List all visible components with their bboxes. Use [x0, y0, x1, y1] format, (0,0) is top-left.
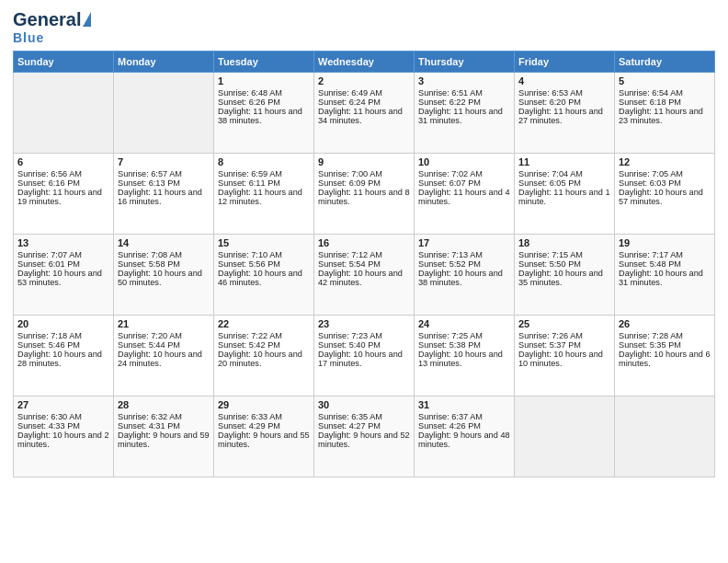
calendar-cell: 8Sunrise: 6:59 AMSunset: 6:11 PMDaylight… [214, 154, 314, 235]
day-info: Sunset: 6:05 PM [518, 178, 610, 188]
day-info: Sunset: 4:26 PM [418, 421, 510, 431]
day-info: Sunset: 6:18 PM [619, 98, 711, 107]
day-number: 5 [619, 75, 711, 86]
day-info: Daylight: 10 hours and 31 minutes. [619, 269, 711, 287]
day-info: Sunrise: 7:04 AM [518, 169, 610, 178]
day-info: Sunset: 5:52 PM [418, 259, 510, 269]
calendar-cell: 31Sunrise: 6:37 AMSunset: 4:26 PMDayligh… [415, 396, 515, 477]
day-header-tuesday: Tuesday [214, 52, 314, 73]
day-info: Sunrise: 6:48 AM [218, 88, 310, 98]
day-info: Sunrise: 7:12 AM [318, 250, 410, 259]
day-info: Daylight: 11 hours and 27 minutes. [518, 107, 610, 125]
day-header-friday: Friday [515, 52, 615, 73]
day-info: Sunrise: 6:51 AM [418, 88, 510, 98]
day-info: Sunset: 4:31 PM [118, 421, 210, 431]
day-header-wednesday: Wednesday [314, 52, 415, 73]
day-number: 31 [418, 399, 510, 410]
day-info: Sunset: 6:20 PM [518, 98, 610, 107]
day-info: Sunrise: 7:17 AM [619, 250, 711, 259]
calendar-cell: 22Sunrise: 7:22 AMSunset: 5:42 PMDayligh… [214, 316, 314, 396]
calendar-cell: 18Sunrise: 7:15 AMSunset: 5:50 PMDayligh… [515, 235, 615, 316]
day-number: 4 [518, 75, 610, 86]
calendar-cell: 17Sunrise: 7:13 AMSunset: 5:52 PMDayligh… [415, 235, 515, 316]
day-info: Sunrise: 7:28 AM [619, 331, 711, 340]
calendar-cell [615, 396, 715, 477]
calendar-cell: 30Sunrise: 6:35 AMSunset: 4:27 PMDayligh… [314, 396, 415, 477]
day-info: Sunrise: 7:23 AM [318, 331, 410, 340]
calendar-cell: 13Sunrise: 7:07 AMSunset: 6:01 PMDayligh… [14, 235, 114, 316]
day-number: 19 [619, 237, 711, 248]
day-info: Daylight: 10 hours and 17 minutes. [318, 350, 410, 368]
day-info: Daylight: 10 hours and 42 minutes. [318, 269, 410, 287]
day-info: Sunset: 5:37 PM [518, 340, 610, 350]
day-number: 3 [418, 75, 510, 86]
day-info: Sunset: 6:07 PM [418, 178, 510, 188]
day-info: Sunset: 6:01 PM [17, 259, 109, 269]
day-info: Daylight: 10 hours and 35 minutes. [518, 269, 610, 287]
day-number: 23 [318, 318, 410, 329]
day-number: 28 [118, 399, 210, 410]
calendar-cell: 11Sunrise: 7:04 AMSunset: 6:05 PMDayligh… [515, 154, 615, 235]
day-info: Sunrise: 6:57 AM [118, 169, 210, 178]
calendar-week-5: 27Sunrise: 6:30 AMSunset: 4:33 PMDayligh… [14, 396, 715, 477]
calendar-cell [14, 73, 114, 154]
day-info: Sunrise: 6:30 AM [17, 412, 109, 421]
day-info: Sunset: 5:35 PM [619, 340, 711, 350]
day-info: Sunrise: 7:13 AM [418, 250, 510, 259]
day-info: Daylight: 9 hours and 55 minutes. [218, 431, 310, 449]
calendar: SundayMondayTuesdayWednesdayThursdayFrid… [13, 51, 715, 477]
calendar-cell [515, 396, 615, 477]
day-info: Sunset: 6:09 PM [318, 178, 410, 188]
day-header-monday: Monday [114, 52, 214, 73]
day-info: Sunset: 5:44 PM [118, 340, 210, 350]
day-number: 18 [518, 237, 610, 248]
day-info: Sunrise: 6:37 AM [418, 412, 510, 421]
calendar-cell: 16Sunrise: 7:12 AMSunset: 5:54 PMDayligh… [314, 235, 415, 316]
day-info: Daylight: 10 hours and 13 minutes. [418, 350, 510, 368]
day-info: Sunrise: 6:56 AM [17, 169, 109, 178]
day-info: Sunset: 5:54 PM [318, 259, 410, 269]
day-info: Sunset: 6:24 PM [318, 98, 410, 107]
day-info: Sunset: 5:56 PM [218, 259, 310, 269]
calendar-cell: 27Sunrise: 6:30 AMSunset: 4:33 PMDayligh… [14, 396, 114, 477]
day-info: Daylight: 10 hours and 57 minutes. [619, 188, 711, 206]
day-info: Daylight: 11 hours and 8 minutes. [318, 188, 410, 206]
day-info: Sunrise: 7:00 AM [318, 169, 410, 178]
day-info: Daylight: 11 hours and 4 minutes. [418, 188, 510, 206]
day-info: Daylight: 11 hours and 38 minutes. [218, 107, 310, 125]
day-info: Sunrise: 7:08 AM [118, 250, 210, 259]
calendar-cell: 1Sunrise: 6:48 AMSunset: 6:26 PMDaylight… [214, 73, 314, 154]
calendar-week-4: 20Sunrise: 7:18 AMSunset: 5:46 PMDayligh… [14, 316, 715, 396]
day-number: 14 [118, 237, 210, 248]
day-info: Sunset: 6:11 PM [218, 178, 310, 188]
calendar-cell: 4Sunrise: 6:53 AMSunset: 6:20 PMDaylight… [515, 73, 615, 154]
day-info: Sunrise: 6:35 AM [318, 412, 410, 421]
day-info: Daylight: 10 hours and 10 minutes. [518, 350, 610, 368]
calendar-cell: 5Sunrise: 6:54 AMSunset: 6:18 PMDaylight… [615, 73, 715, 154]
day-info: Daylight: 11 hours and 1 minute. [518, 188, 610, 206]
day-info: Sunset: 5:48 PM [619, 259, 711, 269]
calendar-cell: 28Sunrise: 6:32 AMSunset: 4:31 PMDayligh… [114, 396, 214, 477]
day-info: Daylight: 11 hours and 19 minutes. [17, 188, 109, 206]
day-info: Daylight: 10 hours and 6 minutes. [619, 350, 711, 368]
calendar-week-2: 6Sunrise: 6:56 AMSunset: 6:16 PMDaylight… [14, 154, 715, 235]
day-number: 24 [418, 318, 510, 329]
day-info: Sunrise: 7:18 AM [17, 331, 109, 340]
day-number: 8 [218, 156, 310, 167]
day-number: 26 [619, 318, 711, 329]
day-number: 22 [218, 318, 310, 329]
calendar-cell: 20Sunrise: 7:18 AMSunset: 5:46 PMDayligh… [14, 316, 114, 396]
header: General Blue [13, 9, 715, 45]
day-info: Sunrise: 7:07 AM [17, 250, 109, 259]
day-number: 7 [118, 156, 210, 167]
calendar-cell: 7Sunrise: 6:57 AMSunset: 6:13 PMDaylight… [114, 154, 214, 235]
calendar-cell: 3Sunrise: 6:51 AMSunset: 6:22 PMDaylight… [415, 73, 515, 154]
calendar-cell: 6Sunrise: 6:56 AMSunset: 6:16 PMDaylight… [14, 154, 114, 235]
calendar-cell: 25Sunrise: 7:26 AMSunset: 5:37 PMDayligh… [515, 316, 615, 396]
logo-triangle-icon [83, 12, 91, 27]
calendar-cell: 23Sunrise: 7:23 AMSunset: 5:40 PMDayligh… [314, 316, 415, 396]
logo-blue: Blue [13, 30, 44, 45]
logo: General Blue [13, 9, 91, 45]
day-info: Sunset: 6:16 PM [17, 178, 109, 188]
day-number: 11 [518, 156, 610, 167]
